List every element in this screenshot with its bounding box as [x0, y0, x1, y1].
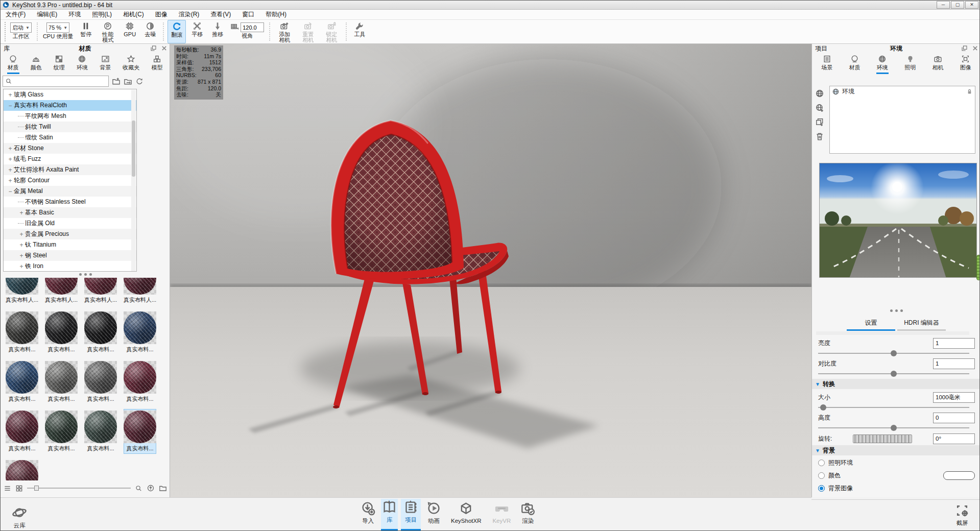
menu-item[interactable]: 帮助(H)	[266, 10, 286, 19]
bottom-button-render[interactable]: 渲染	[518, 499, 538, 530]
environment-list-item[interactable]: 环境	[830, 86, 975, 97]
project-tab-globe[interactable]: 环境	[876, 54, 889, 74]
background-color-swatch[interactable]	[943, 471, 975, 480]
material-thumbnail[interactable]: 真实布料...	[6, 458, 38, 480]
material-thumbnail[interactable]: 真实布料...	[84, 310, 117, 355]
contrast-input[interactable]: 1	[933, 358, 975, 369]
tools-button[interactable]: 工具	[350, 20, 369, 43]
radio-button[interactable]	[818, 485, 825, 492]
fov-input[interactable]	[241, 22, 264, 32]
background-option-row[interactable]: 照明环境	[818, 456, 975, 469]
settings-splitter-handle[interactable]	[812, 309, 980, 312]
menu-item[interactable]: 相机(C)	[123, 10, 144, 19]
duplicate-environment-icon[interactable]	[815, 117, 824, 127]
thumbnail-size-slider[interactable]	[27, 488, 131, 489]
denoise-button[interactable]: 去噪	[141, 20, 159, 43]
library-tab-star[interactable]: 收藏夹	[122, 54, 140, 74]
contrast-slider[interactable]	[818, 371, 969, 377]
size-input[interactable]: 1000毫米	[933, 392, 975, 403]
list-view-icon[interactable]	[4, 485, 11, 492]
material-thumbnail[interactable]: 真实布料...	[6, 359, 38, 404]
panel-scrollbar-thumb[interactable]	[976, 255, 980, 280]
tree-scrollbar[interactable]	[131, 90, 136, 272]
material-thumbnail[interactable]: 真实布料...	[124, 310, 156, 355]
project-tab-bulb[interactable]: 照明	[904, 54, 916, 74]
menu-item[interactable]: 窗口	[242, 10, 254, 19]
menu-item[interactable]: 渲染(R)	[179, 10, 200, 19]
tree-item[interactable]: +玻璃 Glass	[4, 89, 136, 100]
background-option-row[interactable]: 颜色	[818, 469, 975, 482]
tree-item[interactable]: 旧金属 Old	[4, 218, 136, 229]
float-panel-icon[interactable]	[961, 45, 968, 52]
float-panel-icon[interactable]	[150, 45, 157, 52]
toolbar-grip[interactable]	[5, 22, 7, 41]
library-tab-sphere[interactable]: 材质	[7, 54, 19, 74]
menu-item[interactable]: 文件(F)	[6, 10, 26, 19]
library-tab-photo[interactable]: 背景	[99, 54, 111, 74]
library-tab-globe[interactable]: 环境	[76, 54, 88, 74]
menu-item[interactable]: 图像	[155, 10, 168, 19]
brightness-input[interactable]: 1	[933, 338, 975, 349]
rotation-drag-control[interactable]	[853, 435, 912, 443]
pan-button[interactable]: 平移	[188, 20, 206, 43]
height-slider[interactable]	[818, 425, 969, 431]
bottom-button-anim[interactable]: 动画	[424, 499, 444, 530]
tree-item[interactable]: +贵金属 Precious	[4, 229, 136, 239]
upload-cloud-icon[interactable]	[147, 484, 155, 492]
material-thumbnail[interactable]: 真实布料人...	[6, 276, 38, 305]
tree-item[interactable]: 平纹网布 Mesh	[4, 111, 136, 122]
pause-button[interactable]: 暂停	[77, 20, 95, 43]
tree-item[interactable]: +基本 Basic	[4, 207, 136, 218]
tree-item[interactable]: +绒毛 Fuzz	[4, 154, 136, 164]
maximize-button[interactable]: ▢	[951, 1, 964, 9]
dolly-button[interactable]: 推移	[208, 20, 227, 43]
add-environment-icon[interactable]	[815, 103, 824, 112]
material-thumbnail[interactable]: 真实布料人...	[84, 276, 117, 305]
title-bar[interactable]: KeyShot 9.3 Pro - untitled.bip - 64 bit …	[1, 1, 979, 10]
project-tab-frame[interactable]: 图像	[960, 54, 972, 74]
project-tab-scene[interactable]: 场景	[821, 54, 833, 74]
height-input[interactable]: 0	[933, 413, 975, 423]
library-tab-checker[interactable]: 纹理	[53, 54, 65, 74]
folder-add-icon[interactable]	[112, 77, 121, 86]
material-thumbnail[interactable]: 真实布料...	[84, 409, 117, 454]
radio-button[interactable]	[818, 460, 825, 466]
size-slider[interactable]	[818, 404, 969, 411]
expand-icon[interactable]: +	[7, 91, 14, 99]
expand-icon[interactable]: +	[18, 242, 25, 249]
cloud-library-button[interactable]: 云库	[8, 502, 31, 531]
close-panel-icon[interactable]	[161, 45, 168, 52]
lock-camera-button[interactable]: 锁定 相机	[321, 20, 342, 43]
realtime-viewport[interactable]: 每秒帧数:36.9时间:11m 7s采样值:1512三角形:233,706NUR…	[170, 44, 811, 497]
delete-environment-icon[interactable]	[815, 132, 824, 141]
bottom-button-import[interactable]: 导入	[358, 499, 378, 530]
refresh-icon[interactable]	[135, 77, 144, 85]
tree-item[interactable]: +轮廓 Contour	[4, 175, 136, 186]
expand-icon[interactable]: +	[7, 156, 14, 163]
expand-icon[interactable]: +	[18, 231, 25, 238]
tree-item[interactable]: +钛 Titanium	[4, 239, 136, 250]
tree-item[interactable]: +铁 Iron	[4, 261, 136, 272]
material-thumbnail[interactable]: 真实布料...	[45, 409, 78, 454]
expand-icon[interactable]: +	[7, 177, 14, 184]
folder-icon[interactable]	[159, 484, 167, 492]
tumble-button[interactable]: 翻滚	[168, 20, 186, 43]
zoom-icon[interactable]	[135, 485, 142, 492]
tree-item[interactable]: +石材 Stone	[4, 143, 136, 154]
background-section-header[interactable]: ▼ 背景	[812, 445, 980, 455]
material-thumbnail[interactable]: 真实布料...	[84, 359, 117, 404]
project-tab-sphere[interactable]: 材质	[848, 54, 861, 74]
menu-item[interactable]: 编辑(E)	[37, 10, 57, 19]
startup-dropdown[interactable]: 启动▼	[10, 22, 32, 33]
tree-item[interactable]: 不锈钢 Stainless Steel	[4, 197, 136, 207]
bottom-button-vr[interactable]: KeyVR	[488, 499, 515, 530]
bottom-button-pages[interactable]: ▲项目	[401, 499, 421, 530]
expand-icon[interactable]: +	[7, 166, 14, 174]
library-splitter-handle[interactable]	[1, 273, 170, 276]
menu-item[interactable]: 查看(V)	[210, 10, 231, 19]
tab-hdri-editor[interactable]: HDRI 编辑器	[897, 319, 946, 331]
tree-item[interactable]: 斜纹 Twill	[4, 122, 136, 132]
material-thumbnail[interactable]: 真实布料...	[124, 359, 156, 404]
close-button[interactable]: ✕	[965, 1, 978, 9]
menu-item[interactable]: 环境	[68, 10, 81, 19]
